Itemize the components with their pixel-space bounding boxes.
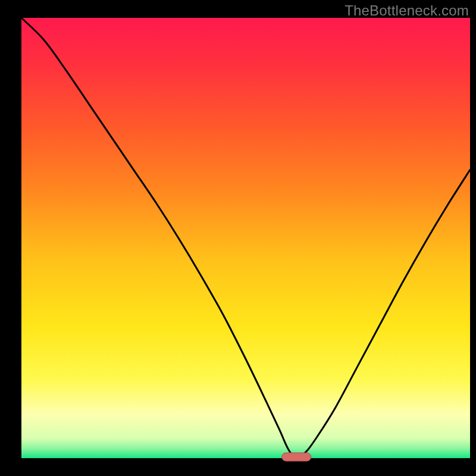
optimum-marker: [282, 453, 311, 461]
watermark-text: TheBottleneck.com: [345, 2, 469, 19]
chart-frame: TheBottleneck.com: [0, 0, 476, 476]
bottleneck-plot: [0, 0, 476, 476]
gradient-background: [21, 18, 470, 458]
